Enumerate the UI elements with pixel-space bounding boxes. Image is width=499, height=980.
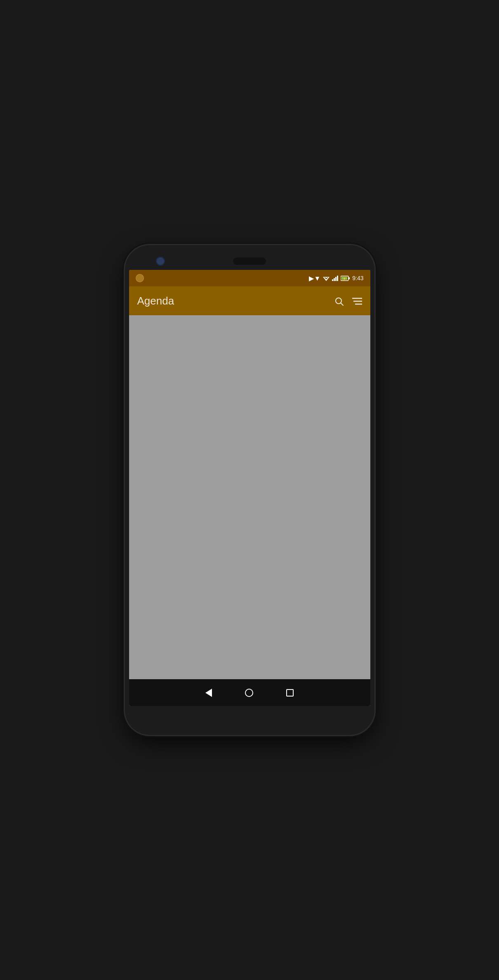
- home-button[interactable]: [245, 689, 253, 697]
- status-right: ▶▼ ⚡: [309, 274, 363, 282]
- search-icon[interactable]: [334, 295, 344, 306]
- app-title: Agenda: [137, 295, 174, 307]
- svg-text:⚡: ⚡: [343, 277, 346, 281]
- back-button[interactable]: [205, 689, 212, 697]
- speaker-grille: [233, 257, 266, 265]
- status-left: [136, 274, 144, 282]
- svg-rect-4: [348, 277, 350, 279]
- wifi-icon: ▶▼: [309, 274, 320, 282]
- menu-icon[interactable]: [352, 295, 362, 306]
- android-nav-bar: [129, 679, 370, 706]
- app-header: Agenda: [129, 286, 370, 315]
- wifi-icon: [323, 275, 330, 281]
- signal-icon: [332, 275, 338, 281]
- battery-icon: ⚡: [341, 276, 350, 281]
- svg-line-8: [341, 303, 343, 306]
- header-icons: [334, 295, 362, 306]
- recents-button[interactable]: [286, 689, 294, 697]
- time-display: 9:43: [352, 275, 363, 281]
- screen: ▶▼ ⚡: [129, 270, 370, 706]
- phone-frame: ▶▼ ⚡: [125, 245, 374, 735]
- camera-dot: [156, 257, 165, 266]
- app-status-icon: [136, 274, 144, 282]
- status-bar: ▶▼ ⚡: [129, 270, 370, 286]
